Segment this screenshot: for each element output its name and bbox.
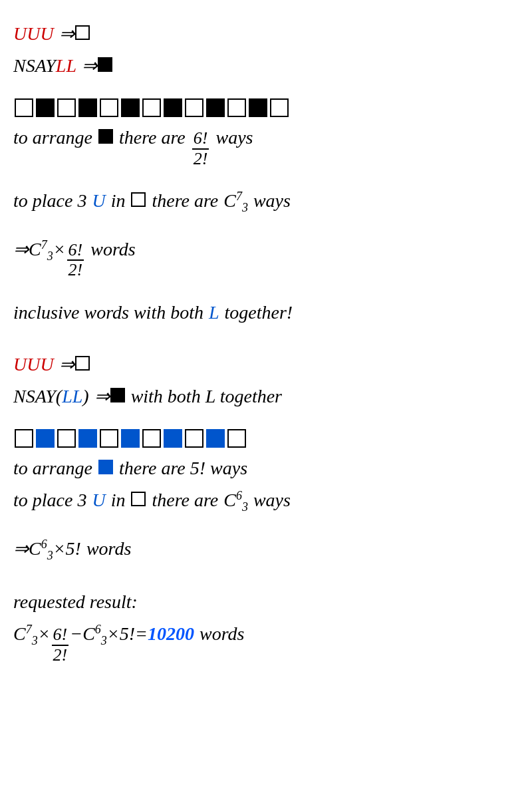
box2-w3 <box>100 429 118 448</box>
fraction-numerator: 6! <box>192 129 209 150</box>
times1: × <box>53 236 66 263</box>
nsay-text2: NSAY( <box>13 383 62 410</box>
c73r-sub: 3 <box>47 249 53 262</box>
box-w5 <box>185 98 203 117</box>
line-uuu2: UUU ⇒ <box>13 351 512 379</box>
there-are-5: there are 5! ways <box>119 454 247 482</box>
ways-text3: ways <box>253 486 291 514</box>
box2-b3 <box>121 429 140 448</box>
black-box-arrange <box>98 129 113 144</box>
box2-w1 <box>15 429 33 448</box>
box-b1 <box>36 98 55 117</box>
line-nsayll2: NSAY( LL ) ⇒ with both L together <box>13 383 512 410</box>
box-w1 <box>15 98 33 117</box>
words-final: words <box>200 620 244 648</box>
fraction-final: 6! 2! <box>52 625 69 665</box>
c63f-sub: 3 <box>101 634 107 647</box>
in-text1: in <box>111 187 126 215</box>
frac-final-den: 2! <box>52 646 69 665</box>
box-w3 <box>100 98 118 117</box>
box-w2 <box>57 98 76 117</box>
arrow6: ⇒ <box>13 535 29 563</box>
close-paren: ) <box>82 383 88 410</box>
line-arrange2: to arrange there are 5! ways <box>13 454 512 482</box>
fraction-6-2-b: 6! 2! <box>67 241 84 280</box>
box2-w2 <box>57 429 76 448</box>
ways-text2: ways <box>253 187 291 215</box>
white-box-inline <box>75 25 90 40</box>
requested-text: requested result: <box>13 588 138 616</box>
uuu-text2: UUU <box>13 351 54 379</box>
fraction-denominator: 2! <box>192 150 209 169</box>
arrange-text2: to arrange <box>13 454 92 482</box>
c63f-sup: 6 <box>95 623 101 636</box>
with-both-text: with both L together <box>131 383 282 410</box>
c63r-sup: 6 <box>41 537 47 550</box>
minus-sign: − <box>70 620 82 648</box>
place-text2: to place 3 <box>13 486 86 514</box>
line-inclusive: inclusive words with both L together! <box>13 299 512 327</box>
white-box-place2 <box>131 492 146 506</box>
place-text1: to place 3 <box>13 187 86 215</box>
c73-sup: 7 <box>236 190 242 203</box>
box2-w6 <box>227 429 246 448</box>
box-b6 <box>249 98 267 117</box>
frac-den-b: 2! <box>67 261 84 280</box>
box-b3 <box>121 98 140 117</box>
there-are-text3: there are <box>152 486 218 514</box>
box2-w4 <box>142 429 161 448</box>
ways-text1: ways <box>215 124 253 152</box>
nsay-text: NSAY <box>13 52 56 80</box>
inclusive-text2: together! <box>225 299 293 327</box>
arrow2: ⇒ <box>82 52 97 80</box>
c63-sub: 3 <box>242 500 248 514</box>
line-place-u: to place 3 U in there are C73 ways <box>13 187 512 217</box>
fraction-6-2: 6! 2! <box>192 129 209 168</box>
box2-b4 <box>164 429 182 448</box>
words-text1: words <box>90 236 135 263</box>
box-b4 <box>164 98 182 117</box>
c73r-sup: 7 <box>41 237 47 251</box>
black-box-inline <box>98 57 112 72</box>
black-box2 <box>110 388 125 402</box>
line-result1: ⇒ C73 × 6! 2! words <box>13 236 512 280</box>
times-5: ×5!= <box>107 620 148 648</box>
box2-b1 <box>36 429 55 448</box>
boxes-row-2 <box>13 429 512 448</box>
uuu-text: UUU <box>13 20 54 48</box>
line-result2: ⇒ C63 ×5! words <box>13 535 512 565</box>
u-text2: U <box>92 486 105 514</box>
frac-num-b: 6! <box>67 241 84 261</box>
line-final-result: C73 × 6! 2! − C63 ×5!= 10200 words <box>13 620 512 665</box>
c63-text: C63 <box>223 486 248 516</box>
line-nsayll: NSAY LL ⇒ <box>13 52 512 80</box>
c73f-sub: 3 <box>32 634 38 647</box>
arrange-text1: to arrange <box>13 124 92 152</box>
c63-final: C63 <box>82 620 107 650</box>
l-text: L <box>209 299 219 327</box>
arrow3: ⇒ <box>13 236 29 263</box>
times-frac: × <box>38 620 51 648</box>
boxes-row-1 <box>13 98 512 117</box>
blue-box-arrange <box>98 460 113 474</box>
frac-final-num: 6! <box>52 625 69 646</box>
times2: ×5! <box>53 535 81 563</box>
c73-sub: 3 <box>242 201 248 214</box>
u-text1: U <box>92 187 105 215</box>
arrow1: ⇒ <box>59 20 74 48</box>
arrow4: ⇒ <box>59 351 74 379</box>
ll-blue: LL <box>62 383 82 410</box>
c73-final: C73 <box>13 620 38 650</box>
box2-w5 <box>185 429 203 448</box>
c63-result: C63 <box>29 535 53 565</box>
c73f-sup: 7 <box>26 623 32 636</box>
c73-result: C73 <box>29 236 53 265</box>
ll-text-red: LL <box>56 52 76 80</box>
in-text2: in <box>111 486 126 514</box>
white-box-uuu2 <box>75 356 90 371</box>
box-w6 <box>227 98 246 117</box>
c63-sup: 6 <box>236 489 242 502</box>
box2-b5 <box>206 429 225 448</box>
inclusive-text1: inclusive words with both <box>13 299 203 327</box>
line-place-u2: to place 3 U in there are C63 ways <box>13 486 512 516</box>
